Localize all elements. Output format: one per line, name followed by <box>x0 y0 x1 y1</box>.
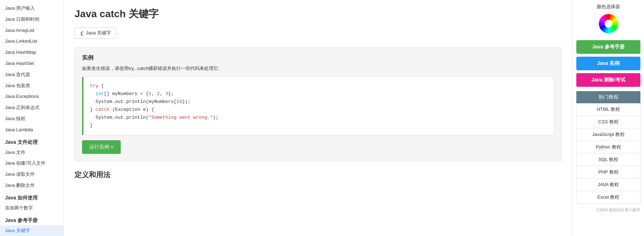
sidebar-item-arraylist[interactable]: Java ArrayList <box>0 25 63 36</box>
page-title: Java catch 关键字 <box>75 7 562 21</box>
java-ref-button[interactable]: Java 参考手册 <box>576 40 640 54</box>
java-test-button[interactable]: Java 测验/考试 <box>576 73 640 87</box>
example-section: 实例 如果发生错误，请使用try...catch捕获错误并执行一些代码来处理它:… <box>75 47 562 161</box>
right-sidebar: 颜色选择器 Java 参考手册 Java 实例 Java 测验/考试 热门教程 … <box>572 0 644 236</box>
sidebar-item-create-file[interactable]: Java 创建/写入文件 <box>0 158 63 169</box>
tutorial-html[interactable]: HTML 教程 <box>576 103 640 116</box>
example-title: 实例 <box>82 54 554 62</box>
sidebar-item-thread[interactable]: Java 线程 <box>0 113 63 124</box>
code-block: try { int[] myNumbers = {1, 2, 3}; Syste… <box>82 77 554 135</box>
code-line-1: try { <box>90 82 547 90</box>
sidebar-item-iterator[interactable]: Java 迭代器 <box>0 69 63 80</box>
sidebar-item-user-input[interactable]: Java 用户输入 <box>0 3 63 14</box>
breadcrumb-label: Java 关键字 <box>86 30 111 36</box>
color-wheel-icon[interactable] <box>598 13 619 34</box>
chevron-left-icon: ❮ <box>80 30 84 36</box>
tutorial-css[interactable]: CSS 教程 <box>576 116 640 128</box>
sidebar-item-linkedlist[interactable]: Java LinkedList <box>0 36 63 47</box>
main-content: Java catch 关键字 ❮ Java 关键字 实例 如果发生错误，请使用t… <box>64 0 572 236</box>
sidebar-item-hashset[interactable]: Java HashSet <box>0 58 63 69</box>
sidebar-section-ref: Java 参考手册 <box>0 214 63 225</box>
color-picker-title: 颜色选择器 <box>576 4 640 10</box>
left-sidebar: Java 用户输入 Java 日期和时间 Java ArrayList Java… <box>0 0 64 236</box>
sidebar-item-lambda[interactable]: Java Lambda <box>0 124 63 136</box>
watermark: CSDN @知识分享小能手 <box>576 207 640 213</box>
sidebar-item-keywords[interactable]: Java 关键字 <box>0 225 63 236</box>
tutorial-javascript[interactable]: JavaScript 教程 <box>576 128 640 141</box>
tutorial-java[interactable]: JAVA 教程 <box>576 179 640 191</box>
hot-tutorials-title: 热门教程 <box>576 91 640 103</box>
tutorial-excel[interactable]: Excel 教程 <box>576 191 640 204</box>
sidebar-item-datetime[interactable]: Java 日期和时间 <box>0 14 63 25</box>
sidebar-item-wrapper[interactable]: Java 包装类 <box>0 80 63 91</box>
sidebar-item-read-file[interactable]: Java 读取文件 <box>0 169 63 180</box>
sidebar-item-exceptions[interactable]: Java Exceptions <box>0 91 63 102</box>
tutorial-php[interactable]: PHP 教程 <box>576 166 640 179</box>
tutorial-python[interactable]: Python 教程 <box>576 141 640 154</box>
code-line-3: System.out.println(myNumbers[10]); <box>90 98 547 106</box>
code-line-5: System.out.println("Something went wrong… <box>90 114 547 122</box>
run-example-button[interactable]: 运行实例 » <box>82 140 121 154</box>
code-line-6: } <box>90 122 547 129</box>
code-line-2: int[] myNumbers = {1, 2, 3}; <box>90 90 547 98</box>
sidebar-section-howto: Java 如何使用 <box>0 191 63 203</box>
sidebar-item-regex[interactable]: Java 正则表达式 <box>0 102 63 113</box>
sidebar-item-delete-file[interactable]: Java 删除文件 <box>0 180 63 191</box>
sidebar-item-hashmap[interactable]: Java HashMap <box>0 47 63 58</box>
java-example-button[interactable]: Java 实例 <box>576 57 640 70</box>
sidebar-item-file[interactable]: Java 文件 <box>0 147 63 158</box>
tutorial-sql[interactable]: SQL 教程 <box>576 154 640 166</box>
breadcrumb-button[interactable]: ❮ Java 关键字 <box>75 27 116 39</box>
sidebar-section-file: Java 文件处理 <box>0 136 63 147</box>
sidebar-item-add-numbers[interactable]: 添加两个数字 <box>0 203 63 214</box>
code-line-4: } catch (Exception e) { <box>90 106 547 114</box>
definition-title: 定义和用法 <box>75 170 562 180</box>
example-description: 如果发生错误，请使用try...catch捕获错误并执行一些代码来处理它: <box>82 65 554 72</box>
